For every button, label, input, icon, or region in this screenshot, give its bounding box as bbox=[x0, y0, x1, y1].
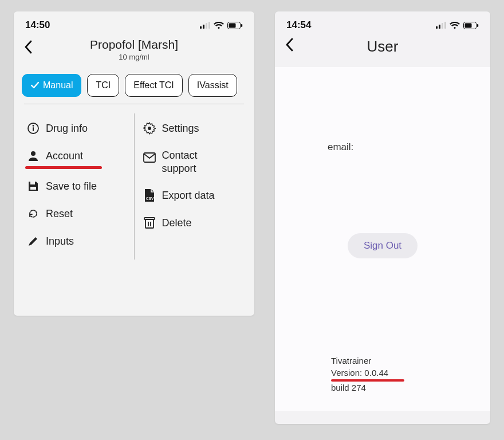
menu-contact-support[interactable]: Contact support bbox=[139, 142, 246, 182]
menu-label: Save to file bbox=[46, 180, 97, 192]
cellular-icon bbox=[200, 22, 210, 29]
menu-label: Reset bbox=[46, 208, 73, 220]
menu-account[interactable]: Account bbox=[23, 142, 129, 170]
segment-label: IVassist bbox=[197, 80, 229, 91]
menu-grid: Drug info Account Save to file Reset Inp… bbox=[14, 104, 254, 260]
menu-save-to-file[interactable]: Save to file bbox=[23, 172, 129, 200]
svg-rect-9 bbox=[33, 127, 34, 131]
svg-point-10 bbox=[31, 151, 36, 156]
status-icons bbox=[436, 22, 479, 29]
svg-rect-6 bbox=[241, 24, 242, 27]
page-title: User bbox=[367, 38, 399, 56]
pencil-icon bbox=[26, 234, 40, 248]
menu-label: Account bbox=[46, 150, 83, 162]
svg-rect-17 bbox=[144, 218, 155, 219]
svg-rect-20 bbox=[436, 26, 438, 29]
info-icon bbox=[26, 121, 40, 135]
svg-rect-5 bbox=[229, 23, 236, 28]
version-block: Tivatrainer Version: 0.0.44 build 274 bbox=[286, 355, 479, 394]
svg-rect-16 bbox=[145, 219, 153, 228]
person-icon bbox=[26, 149, 40, 163]
mode-segment: Manual TCI Effect TCI IVassist bbox=[14, 68, 254, 104]
menu-label: Settings bbox=[162, 123, 199, 135]
svg-rect-21 bbox=[439, 25, 440, 29]
svg-rect-26 bbox=[477, 24, 478, 27]
page-title: Propofol [Marsh] bbox=[90, 38, 178, 52]
svg-rect-0 bbox=[200, 26, 202, 29]
segment-tci[interactable]: TCI bbox=[87, 74, 119, 97]
menu-settings[interactable]: Settings bbox=[139, 115, 246, 142]
phone-right: 14:54 User email: Sign Out Tivatrainer V… bbox=[275, 11, 490, 424]
segment-effect-tci[interactable]: Effect TCI bbox=[125, 74, 183, 97]
cellular-icon bbox=[436, 22, 446, 29]
header: User bbox=[275, 36, 490, 67]
csv-icon: CSV bbox=[143, 188, 156, 202]
reset-icon bbox=[26, 207, 40, 221]
segment-label: Effect TCI bbox=[133, 80, 174, 91]
menu-reset[interactable]: Reset bbox=[23, 200, 129, 227]
svg-rect-1 bbox=[203, 25, 204, 29]
menu-export-data[interactable]: CSV Export data bbox=[139, 182, 246, 209]
page-subtitle: 10 mg/ml bbox=[90, 53, 178, 61]
segment-ivassist[interactable]: IVassist bbox=[188, 74, 237, 97]
check-icon bbox=[30, 81, 40, 89]
gear-icon bbox=[143, 121, 156, 135]
menu-delete[interactable]: Delete bbox=[139, 209, 246, 237]
svg-rect-11 bbox=[30, 182, 35, 184]
segment-label: Manual bbox=[43, 80, 73, 91]
battery-icon bbox=[463, 22, 479, 29]
segment-manual[interactable]: Manual bbox=[22, 74, 81, 97]
back-button[interactable] bbox=[285, 38, 301, 54]
chevron-left-icon bbox=[24, 40, 33, 54]
menu-inputs[interactable]: Inputs bbox=[23, 227, 129, 255]
highlight-underline bbox=[25, 166, 102, 169]
mail-icon bbox=[143, 151, 156, 164]
status-icons bbox=[200, 22, 243, 29]
svg-point-13 bbox=[148, 127, 151, 130]
chevron-left-icon bbox=[285, 38, 294, 52]
wifi-icon bbox=[214, 22, 224, 29]
status-bar: 14:54 bbox=[275, 11, 490, 36]
menu-label: Export data bbox=[162, 190, 215, 202]
menu-col-left: Drug info Account Save to file Reset Inp… bbox=[18, 110, 134, 260]
status-time: 14:54 bbox=[286, 19, 311, 31]
build-line: build 274 bbox=[331, 382, 479, 394]
menu-label: Drug info bbox=[46, 123, 88, 135]
trash-icon bbox=[143, 216, 156, 230]
svg-rect-12 bbox=[30, 187, 36, 190]
menu-col-right: Settings Contact support CSV Export data… bbox=[135, 110, 250, 260]
version-line: Version: 0.0.44 bbox=[331, 367, 479, 379]
svg-rect-2 bbox=[206, 23, 207, 29]
svg-rect-25 bbox=[465, 23, 472, 28]
wifi-icon bbox=[450, 22, 460, 29]
svg-rect-22 bbox=[442, 23, 443, 29]
menu-label: Inputs bbox=[46, 235, 74, 247]
app-name: Tivatrainer bbox=[331, 355, 479, 367]
sign-out-button[interactable]: Sign Out bbox=[348, 233, 418, 258]
status-time: 14:50 bbox=[25, 19, 50, 31]
svg-rect-23 bbox=[444, 22, 446, 29]
highlight-underline bbox=[331, 379, 404, 382]
menu-drug-info[interactable]: Drug info bbox=[23, 115, 129, 142]
svg-text:CSV: CSV bbox=[146, 197, 154, 201]
email-label: email: bbox=[286, 142, 479, 153]
menu-label: Delete bbox=[162, 217, 192, 229]
header: Propofol [Marsh] 10 mg/ml bbox=[14, 36, 254, 68]
status-bar: 14:50 bbox=[14, 11, 254, 36]
save-icon bbox=[26, 179, 40, 193]
user-body: email: Sign Out Tivatrainer Version: 0.0… bbox=[275, 67, 490, 411]
back-button[interactable] bbox=[24, 40, 40, 56]
segment-label: TCI bbox=[96, 80, 111, 91]
battery-icon bbox=[227, 22, 243, 29]
phone-left: 14:50 Propofol [Marsh] 10 mg/ml Manual T… bbox=[14, 11, 254, 316]
svg-rect-3 bbox=[208, 22, 210, 29]
menu-label: Contact support bbox=[162, 149, 214, 175]
svg-point-8 bbox=[33, 125, 34, 127]
